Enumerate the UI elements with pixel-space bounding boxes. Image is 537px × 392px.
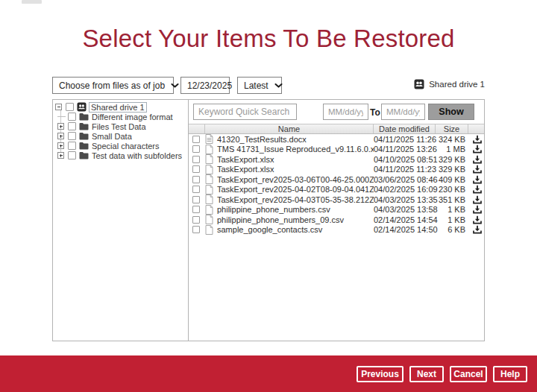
download-icon[interactable] [468, 135, 486, 144]
row-checkbox[interactable] [192, 176, 200, 183]
table-rows: 41320_TestResults.docx 04/11/2025 11:26 … [189, 134, 484, 235]
job-version-select[interactable]: Latest [237, 77, 282, 94]
to-label: To [370, 107, 380, 118]
job-snapshot-select[interactable]: Choose from files as of job [52, 77, 174, 94]
file-icon [205, 145, 213, 154]
expand-toggle-icon[interactable] [57, 123, 64, 130]
table-row[interactable]: 41320_TestResults.docx 04/11/2025 11:26 … [189, 134, 484, 145]
table-row[interactable]: philippine_phone_numbers.csv 04/03/2025 … [189, 205, 484, 215]
file-icon [205, 225, 213, 235]
file-size: 329 KB [436, 155, 468, 164]
collapse-toggle-icon[interactable] [55, 104, 62, 110]
restore-wizard-screen: Select Your Items To Be Restored Choose … [0, 0, 537, 392]
file-size: 351 KB [436, 195, 468, 204]
table-header: Name Date modified Size [189, 124, 484, 134]
next-button[interactable]: Next [409, 366, 444, 382]
tree-checkbox[interactable] [68, 151, 76, 159]
tree-item-label[interactable]: Small Data [92, 132, 132, 141]
file-name: TaskExport_rev2025-03-06T00-46-25.000Z.x… [217, 175, 374, 184]
row-checkbox[interactable] [192, 156, 200, 163]
show-button[interactable]: Show [428, 104, 474, 120]
file-date-modified: 04/11/2025 13:26 [374, 145, 436, 154]
row-checkbox[interactable] [192, 145, 200, 153]
row-checkbox[interactable] [192, 226, 200, 233]
table-row[interactable]: sample_google_contacts.csv 02/14/2025 14… [189, 225, 484, 235]
tree-item-label[interactable]: Special characters [92, 142, 160, 151]
expand-toggle-icon[interactable] [57, 142, 64, 149]
table-row[interactable]: TaskExport.xlsx 04/11/2025 11:23 329 KB [189, 165, 484, 175]
tree-item[interactable]: Different image format [57, 112, 188, 121]
footer-bar: Previous Next Cancel Help [0, 355, 537, 392]
header-name[interactable]: Name [205, 124, 374, 133]
file-date-modified: 04/03/2025 13:58 [374, 205, 436, 214]
download-icon[interactable] [468, 195, 486, 204]
header-size[interactable]: Size [436, 124, 468, 133]
tree-item-label[interactable]: Files Test Data [92, 122, 146, 131]
tree-item[interactable]: Files Test Data [57, 121, 188, 131]
file-date-modified: 04/03/2025 13:35 [374, 195, 436, 204]
row-checkbox[interactable] [192, 165, 200, 173]
row-checkbox[interactable] [192, 216, 200, 224]
expand-toggle-icon[interactable] [57, 152, 64, 159]
file-size: 1 KB [436, 205, 468, 214]
tree-checkbox[interactable] [66, 103, 74, 111]
download-icon[interactable] [468, 225, 486, 234]
table-row[interactable]: TaskExport_rev2025-04-03T05-35-38.212Z.x… [189, 195, 484, 205]
file-date-modified: 04/02/2025 16:09 [374, 185, 436, 194]
search-input[interactable] [193, 104, 297, 120]
date-from-input[interactable] [323, 104, 368, 120]
tree-checkbox[interactable] [68, 113, 76, 121]
tree-root-label[interactable]: Shared drive 1 [89, 102, 147, 113]
job-date-select-value: 12/23/2025 [187, 80, 232, 91]
tree-item[interactable]: Test data with subfolders [57, 151, 188, 160]
row-checkbox[interactable] [192, 186, 200, 193]
table-row[interactable]: TMS 41731_Issue Reproduced_v9.11.6.0.xls… [189, 145, 484, 155]
file-name: philippine_phone_numbers.csv [217, 205, 330, 214]
header-date-modified[interactable]: Date modified [374, 124, 436, 133]
tree-checkbox[interactable] [68, 142, 76, 150]
row-checkbox[interactable] [192, 196, 200, 203]
file-name: TaskExport.xlsx [217, 155, 274, 164]
header-download-column [468, 124, 486, 133]
tree-branch-line [57, 113, 64, 120]
file-name: TMS 41731_Issue Reproduced_v9.11.6.0.xls… [217, 145, 374, 154]
folder-icon [79, 151, 89, 159]
drive-badge: Shared drive 1 [414, 79, 485, 89]
tree-item-label[interactable]: Test data with subfolders [92, 151, 182, 160]
table-row[interactable]: TaskExport_rev2025-03-06T00-46-25.000Z.x… [189, 174, 484, 185]
file-icon [205, 174, 213, 184]
download-icon[interactable] [468, 175, 486, 184]
download-icon[interactable] [468, 145, 486, 154]
tree-checkbox[interactable] [68, 132, 76, 140]
row-checkbox[interactable] [192, 206, 200, 213]
job-version-select-value: Latest [244, 80, 268, 91]
download-icon[interactable] [468, 155, 486, 164]
tree-item[interactable]: Special characters [57, 141, 188, 151]
chevron-down-icon [171, 83, 179, 88]
table-row[interactable]: TaskExport.xlsx 04/10/2025 08:51 329 KB [189, 154, 484, 165]
tree-item-label[interactable]: Different image format [92, 113, 173, 121]
file-icon [205, 185, 213, 195]
download-icon[interactable] [468, 205, 486, 214]
job-date-select[interactable]: 12/23/2025 [180, 77, 230, 94]
file-name: philippine_phone_numbers_09.csv [217, 215, 344, 224]
tree-root-row[interactable]: Shared drive 1 [53, 102, 188, 112]
download-icon[interactable] [468, 215, 486, 224]
expand-toggle-icon[interactable] [57, 133, 64, 139]
tree-checkbox[interactable] [68, 122, 76, 130]
date-to-input[interactable] [381, 104, 425, 120]
help-button[interactable]: Help [493, 366, 527, 382]
cancel-button[interactable]: Cancel [450, 366, 487, 382]
download-icon[interactable] [468, 165, 486, 174]
tree-item[interactable]: Small Data [57, 131, 188, 141]
download-icon[interactable] [468, 185, 486, 194]
file-browser: Shared drive 1 Different image format Fi… [52, 99, 485, 341]
file-size: 324 KB [436, 135, 468, 144]
table-row[interactable]: philippine_phone_numbers_09.csv 02/14/20… [189, 215, 484, 225]
page-title: Select Your Items To Be Restored [0, 25, 537, 53]
file-date-modified: 02/14/2025 14:54 [374, 215, 436, 224]
table-row[interactable]: TaskExport_rev2025-04-02T08-09-04.041Z.x… [189, 185, 484, 195]
row-checkbox[interactable] [192, 136, 200, 143]
chevron-down-icon [274, 83, 283, 88]
previous-button[interactable]: Previous [357, 366, 403, 382]
